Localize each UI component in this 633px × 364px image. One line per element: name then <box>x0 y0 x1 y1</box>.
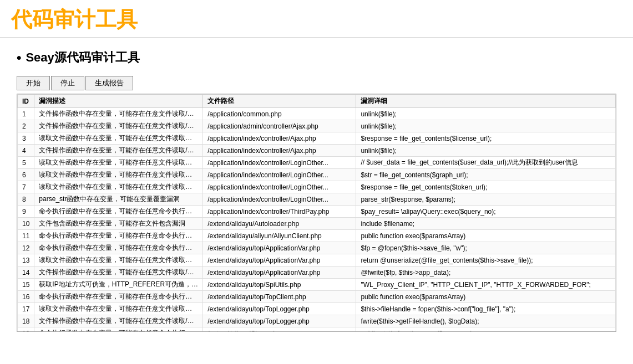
cell-detail: $response = file_get_contents($license_u… <box>356 132 616 145</box>
cell-detail: public function exec($paramsArray) <box>356 230 616 242</box>
cell-path: /extend/alidayu/top/TopClient.php <box>203 291 356 303</box>
cell-id: 2 <box>18 120 34 132</box>
cell-detail: public function exec($paramsArray) <box>356 291 616 303</box>
cell-desc: 文件操作函数中存在变量，可能存在任意文件读取/删除/修... <box>34 145 203 157</box>
cell-path: /extend/alidayu/top/ApplicationVar.php <box>203 266 356 279</box>
toolbar: 开始 停止 生成报告 <box>17 76 616 90</box>
cell-detail: $fp = @fopen($this->save_file, "w"); <box>356 242 616 254</box>
header: 代码审计工具 <box>0 0 633 38</box>
cell-detail: include $filename; <box>356 218 616 230</box>
cell-id: 12 <box>18 242 34 254</box>
cell-desc: 读取文件函数中存在变量，可能存在任意文件读取漏洞 <box>34 157 203 169</box>
cell-path: /extend/alidayu/aliyun/AliyunClient.php <box>203 230 356 242</box>
table-row[interactable]: 4文件操作函数中存在变量，可能存在任意文件读取/删除/修.../applicat… <box>18 145 616 157</box>
cell-path: /application/index/controller/LoginOther… <box>203 169 356 181</box>
cell-path: /application/common.php <box>203 108 356 120</box>
cell-id: 10 <box>18 218 34 230</box>
table-row[interactable]: 10文件包含函数中存在变量，可能存在文件包含漏洞/extend/alidayu/… <box>18 218 616 230</box>
cell-path: /extend/alidayu/top/ApplicationVar.php <box>203 242 356 254</box>
cell-id: 4 <box>18 145 34 157</box>
cell-desc: 读取文件函数中存在变量，可能存在任意文件读取漏洞 <box>34 169 203 181</box>
cell-detail: "WL_Proxy_Client_IP", "HTTP_CLIENT_IP", … <box>356 279 616 291</box>
table-row[interactable]: 6读取文件函数中存在变量，可能存在任意文件读取漏洞/application/in… <box>18 169 616 181</box>
table-body: 1文件操作函数中存在变量，可能存在任意文件读取/删除/修.../applicat… <box>18 108 616 332</box>
cell-path: /extend/alidayu/top/TopLogger.php <box>203 303 356 315</box>
cell-id: 8 <box>18 193 34 206</box>
cell-desc: 文件操作函数中存在变量，可能存在任意文件读取/删除/修... <box>34 266 203 279</box>
start-button[interactable]: 开始 <box>17 76 50 90</box>
cell-id: 16 <box>18 291 34 303</box>
cell-detail: $response = file_get_contents($token_url… <box>356 181 616 193</box>
cell-path: /extend/alidayu/top/ApplicationVar.php <box>203 254 356 266</box>
cell-desc: 获取IP地址方式可伪造，HTTP_REFERER可伪造，常见注射SQL... <box>34 279 203 291</box>
cell-path: /extend/alipay/Close.php <box>203 327 356 332</box>
cell-id: 14 <box>18 266 34 279</box>
table-row[interactable]: 14文件操作函数中存在变量，可能存在任意文件读取/删除/修.../extend/… <box>18 266 616 279</box>
table-row[interactable]: 19命令执行函数中存在变量，可能存在任意命令执行漏洞/extend/alipay… <box>18 327 616 332</box>
cell-desc: 读取文件函数中存在变量，可能存在任意文件读取漏洞 <box>34 181 203 193</box>
cell-detail: $this->fileHandle = fopen($this->conf["l… <box>356 303 616 315</box>
cell-id: 11 <box>18 230 34 242</box>
table-row[interactable]: 16命令执行函数中存在变量，可能存在任意命令执行漏洞/extend/aliday… <box>18 291 616 303</box>
bullet-label: Seay源代码审计工具 <box>26 49 139 66</box>
table-row[interactable]: 7读取文件函数中存在变量，可能存在任意文件读取漏洞/application/in… <box>18 181 616 193</box>
cell-detail: fwrite($this->getFileHandle(), $logData)… <box>356 315 616 327</box>
cell-path: /extend/alidayu/Autoloader.php <box>203 218 356 230</box>
cell-path: /application/index/controller/Ajax.php <box>203 132 356 145</box>
cell-id: 5 <box>18 157 34 169</box>
cell-desc: 命令执行函数中存在变量，可能存在任意命令执行漏洞 <box>34 230 203 242</box>
cell-path: /extend/alidayu/top/SpiUtils.php <box>203 279 356 291</box>
cell-path: /extend/alidayu/top/TopLogger.php <box>203 315 356 327</box>
cell-path: /application/index/controller/LoginOther… <box>203 181 356 193</box>
table-row[interactable]: 5读取文件函数中存在变量，可能存在任意文件读取漏洞/application/in… <box>18 157 616 169</box>
cell-path: /application/index/controller/Ajax.php <box>203 145 356 157</box>
table-row[interactable]: 9命令执行函数中存在变量，可能存在任意命令执行漏洞/application/in… <box>18 206 616 218</box>
col-header-id: ID <box>18 95 34 108</box>
cell-desc: 命令执行函数中存在变量，可能存在任意命令执行漏洞 <box>34 206 203 218</box>
cell-detail: $str = file_get_contents($graph_url); <box>356 169 616 181</box>
table-row[interactable]: 15获取IP地址方式可伪造，HTTP_REFERER可伪造，常见注射SQL...… <box>18 279 616 291</box>
report-button[interactable]: 生成报告 <box>85 76 133 90</box>
cell-desc: 读取文件函数中存在变量，可能存在任意文件读取漏洞 <box>34 254 203 266</box>
table-row[interactable]: 18文件操作函数中存在变量，可能存在任意文件读取/删除/修.../extend/… <box>18 315 616 327</box>
cell-detail: return @unserialize(@file_get_contents($… <box>356 254 616 266</box>
cell-detail: unlink($file); <box>356 108 616 120</box>
cell-desc: 文件操作函数中存在变量，可能存在任意文件读取/删除/修... <box>34 120 203 132</box>
cell-path: /application/index/controller/LoginOther… <box>203 157 356 169</box>
table-row[interactable]: 3读取文件函数中存在变量，可能存在任意文件读取漏洞/application/in… <box>18 132 616 145</box>
cell-desc: 命令执行函数中存在变量，可能存在任意命令执行漏洞 <box>34 327 203 332</box>
stop-button[interactable]: 停止 <box>51 76 84 90</box>
cell-desc: 文件操作函数中存在变量，可能存在任意文件读取/删除/修... <box>34 315 203 327</box>
cell-id: 1 <box>18 108 34 120</box>
cell-detail: // $user_data = file_get_contents($user_… <box>356 157 616 169</box>
cell-id: 3 <box>18 132 34 145</box>
cell-id: 17 <box>18 303 34 315</box>
table-row[interactable]: 1文件操作函数中存在变量，可能存在任意文件读取/删除/修.../applicat… <box>18 108 616 120</box>
results-table-container: ID 漏洞描述 文件路径 漏洞详细 1文件操作函数中存在变量，可能存在任意文件读… <box>17 94 616 332</box>
main-content: • Seay源代码审计工具 开始 停止 生成报告 ID 漏洞描述 文件路径 漏洞… <box>0 38 633 337</box>
cell-id: 18 <box>18 315 34 327</box>
cell-path: /application/index/controller/LoginOther… <box>203 193 356 206</box>
cell-desc: parse_str函数中存在变量，可能在变量覆盖漏洞 <box>34 193 203 206</box>
table-row[interactable]: 2文件操作函数中存在变量，可能存在任意文件读取/删除/修.../applicat… <box>18 120 616 132</box>
bullet-dot: • <box>17 50 21 65</box>
col-header-detail: 漏洞详细 <box>356 95 616 108</box>
cell-id: 9 <box>18 206 34 218</box>
cell-id: 19 <box>18 327 34 332</box>
table-row[interactable]: 13读取文件函数中存在变量，可能存在任意文件读取漏洞/extend/aliday… <box>18 254 616 266</box>
table-row[interactable]: 12命令执行函数中存在变量，可能存在任意命令执行漏洞/extend/aliday… <box>18 242 616 254</box>
col-header-path: 文件路径 <box>203 95 356 108</box>
cell-path: /application/admin/controller/Ajax.php <box>203 120 356 132</box>
table-row[interactable]: 11命令执行函数中存在变量，可能存在任意命令执行漏洞/extend/aliday… <box>18 230 616 242</box>
page-title: 代码审计工具 <box>11 8 138 31</box>
bullet-item: • Seay源代码审计工具 <box>17 49 616 66</box>
cell-desc: 文件包含函数中存在变量，可能存在文件包含漏洞 <box>34 218 203 230</box>
cell-id: 15 <box>18 279 34 291</box>
cell-detail: unlink($file); <box>356 120 616 132</box>
cell-detail: unlink($file); <box>356 145 616 157</box>
cell-id: 13 <box>18 254 34 266</box>
col-header-desc: 漏洞描述 <box>34 95 203 108</box>
table-row[interactable]: 8parse_str函数中存在变量，可能在变量覆盖漏洞/application/… <box>18 193 616 206</box>
table-row[interactable]: 17读取文件函数中存在变量，可能存在任意文件读取漏洞/extend/aliday… <box>18 303 616 315</box>
cell-desc: 读取文件函数中存在变量，可能存在任意文件读取漏洞 <box>34 303 203 315</box>
